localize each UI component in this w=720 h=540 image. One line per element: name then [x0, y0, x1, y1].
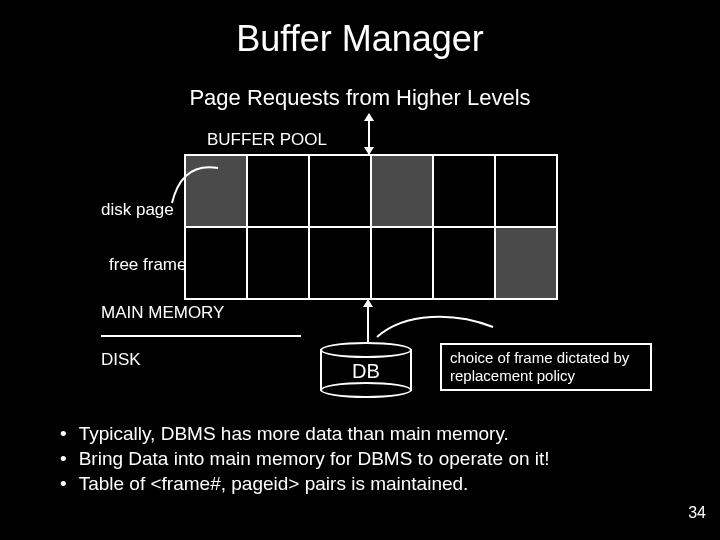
- list-item: •Table of <frame#, pageid> pairs is main…: [60, 473, 640, 495]
- grid-cell: [184, 154, 248, 228]
- label-main-memory: MAIN MEMORY: [101, 303, 224, 323]
- label-free-frame: free frame: [109, 255, 186, 275]
- db-frame-pointer-icon: [375, 307, 495, 342]
- grid-cell: [432, 154, 496, 228]
- slide-subtitle: Page Requests from Higher Levels: [0, 85, 720, 111]
- bullet-text: Table of <frame#, pageid> pairs is maint…: [79, 473, 469, 495]
- label-disk-page: disk page: [101, 200, 174, 220]
- grid-cell: [494, 226, 558, 300]
- list-item: •Typically, DBMS has more data than main…: [60, 423, 640, 445]
- slide-title: Buffer Manager: [0, 18, 720, 60]
- arrow-requests-down-icon: [368, 114, 370, 154]
- bullet-icon: •: [60, 473, 67, 495]
- grid-cell: [432, 226, 496, 300]
- grid-cell: [246, 226, 310, 300]
- grid-cell: [308, 154, 372, 228]
- bullet-list: •Typically, DBMS has more data than main…: [60, 420, 640, 498]
- memory-disk-divider: [101, 335, 301, 337]
- label-disk: DISK: [101, 350, 141, 370]
- list-item: •Bring Data into main memory for DBMS to…: [60, 448, 640, 470]
- db-label: DB: [320, 360, 412, 383]
- page-number: 34: [688, 504, 706, 522]
- grid-cell: [184, 226, 248, 300]
- grid-cell: [494, 154, 558, 228]
- arrow-db-up-icon: [367, 300, 369, 342]
- buffer-pool-grid: [185, 155, 557, 299]
- grid-cell: [246, 154, 310, 228]
- grid-cell: [370, 226, 434, 300]
- replacement-policy-box: choice of frame dictated by replacement …: [440, 343, 652, 391]
- bullet-text: Bring Data into main memory for DBMS to …: [79, 448, 550, 470]
- bullet-text: Typically, DBMS has more data than main …: [79, 423, 509, 445]
- bullet-icon: •: [60, 448, 67, 470]
- bullet-icon: •: [60, 423, 67, 445]
- db-cylinder-icon: DB: [320, 342, 412, 398]
- grid-cell: [370, 154, 434, 228]
- label-buffer-pool: BUFFER POOL: [207, 130, 327, 150]
- grid-cell: [308, 226, 372, 300]
